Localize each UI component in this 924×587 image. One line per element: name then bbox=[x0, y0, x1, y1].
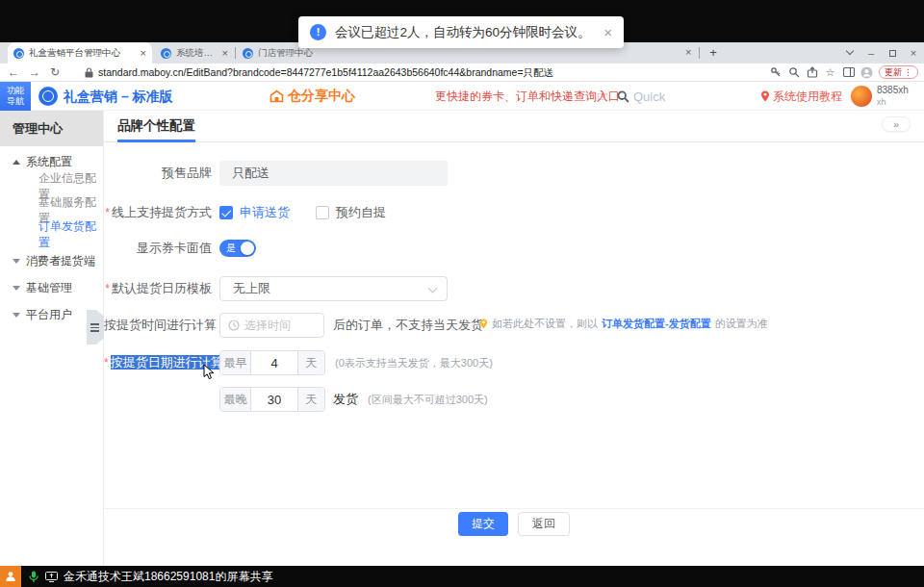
panel-collapse-button[interactable]: » bbox=[882, 116, 911, 132]
calendar-template-label: *默认提货日历模板 bbox=[104, 276, 212, 301]
notification-close-icon[interactable]: × bbox=[603, 24, 612, 40]
tutorial-label: 系统使用教程 bbox=[773, 89, 842, 105]
user-avatar[interactable] bbox=[851, 86, 872, 107]
browser-tab-1[interactable]: 礼盒营销平台管理中心 × bbox=[8, 42, 152, 64]
screen-share-icon[interactable] bbox=[45, 572, 58, 582]
mouse-cursor bbox=[203, 364, 216, 380]
tab-close-icon[interactable]: × bbox=[141, 48, 146, 59]
calendar-template-select[interactable]: 无上限 bbox=[219, 276, 448, 301]
main-panel: 品牌个性配置 » 预售品牌 只配送 *线上支持提货方式 申请送货 预约自提 bbox=[104, 111, 924, 566]
toggle-knob bbox=[241, 242, 254, 255]
earliest-hint: (0表示支持当天发货，最大300天) bbox=[335, 350, 493, 375]
tab-close-icon[interactable]: × bbox=[685, 47, 691, 58]
required-mark: * bbox=[105, 282, 110, 295]
menu-dots-icon: ⋮ bbox=[904, 66, 912, 78]
function-nav-button[interactable]: 功能 导航 bbox=[0, 82, 31, 111]
user-subname: xh bbox=[877, 96, 909, 108]
user-info: 8385xh xh bbox=[877, 85, 909, 108]
app-body: 管理中心 系统配置 企业信息配置 基础服务配置 订单发货配置 消费者提货端 bbox=[0, 111, 924, 566]
user-name: 8385xh bbox=[877, 85, 909, 96]
checkbox-delivery-label[interactable]: 申请送货 bbox=[240, 204, 290, 221]
url-bar-icons: ☆ 更新 ⋮ bbox=[769, 65, 918, 79]
browser-tab-2[interactable]: 系统培训学习 × bbox=[155, 42, 234, 64]
brand-logo-icon bbox=[38, 87, 58, 106]
footer-divider bbox=[104, 508, 924, 509]
tip-text-pre: 如若此处不设置，则以 bbox=[492, 317, 598, 331]
sidebar-item-label: 系统配置 bbox=[26, 154, 72, 170]
tab-search-chevron-icon[interactable] bbox=[839, 42, 860, 64]
share-icon[interactable] bbox=[806, 66, 818, 79]
pickup-method-options: 申请送货 预约自提 bbox=[219, 205, 386, 220]
quick-search[interactable]: Quick bbox=[617, 82, 665, 111]
update-label: 更新 bbox=[885, 66, 902, 78]
back-button[interactable]: 返回 bbox=[518, 512, 570, 536]
sidebar-title: 管理中心 bbox=[0, 111, 103, 146]
screen: 礼盒营销平台管理中心 × 系统培训学习 × 门店管理中心 × + – × bbox=[0, 0, 924, 587]
tab-brand-config[interactable]: 品牌个性配置 bbox=[117, 111, 195, 140]
url-text[interactable]: standard.maboy.cn/EditBand?brandcode=844… bbox=[98, 64, 553, 82]
microphone-icon[interactable] bbox=[29, 571, 38, 583]
checkbox-selfpickup-label[interactable]: 预约自提 bbox=[336, 204, 386, 221]
browser-forward-button[interactable]: → bbox=[29, 64, 40, 82]
sidebar-item-order-shipping[interactable]: 订单发货配置 bbox=[0, 222, 103, 246]
location-pin-icon bbox=[760, 90, 770, 102]
submit-button[interactable]: 提交 bbox=[458, 512, 508, 536]
zoom-icon[interactable] bbox=[787, 66, 800, 79]
tab-close-icon[interactable]: × bbox=[222, 48, 228, 59]
checkbox-delivery-checked[interactable] bbox=[219, 206, 233, 219]
tab-favicon bbox=[161, 48, 171, 59]
presale-brand-label: 预售品牌 bbox=[104, 161, 212, 186]
panel-tab-row: 品牌个性配置 bbox=[104, 111, 924, 142]
sidebar-item-label: 基础管理 bbox=[26, 280, 72, 296]
time-picker-input[interactable]: 选择时间 bbox=[219, 313, 324, 338]
password-key-icon[interactable] bbox=[769, 66, 782, 79]
meeting-share-bar: 金禾通技术王斌18662591081的屏幕共享 bbox=[0, 566, 924, 587]
tab-title: 系统培训学习 bbox=[176, 47, 218, 60]
sidebar-collapse-handle[interactable] bbox=[87, 310, 104, 345]
window-controls: – × bbox=[839, 42, 924, 64]
active-tab-underline bbox=[117, 140, 195, 142]
bookmark-star-icon[interactable]: ☆ bbox=[824, 66, 836, 79]
tab-separator bbox=[699, 47, 700, 59]
promo-text: 更快捷的券卡、订单和快递查询入口 bbox=[435, 82, 620, 111]
by-time-suffix-text: 后的订单，不支持当天发货 bbox=[333, 313, 483, 338]
by-time-label: 按提货时间进行计算 bbox=[104, 313, 212, 338]
earliest-unit: 天 bbox=[297, 351, 324, 374]
chevron-down-icon bbox=[428, 284, 438, 294]
quick-label: Quick bbox=[633, 89, 665, 104]
brand-title: 礼盒营销 – 标准版 bbox=[64, 82, 173, 111]
expand-triangle-icon bbox=[13, 313, 20, 318]
browser-update-button[interactable]: 更新 ⋮ bbox=[879, 65, 918, 79]
latest-days-input[interactable] bbox=[251, 388, 297, 411]
browser-reload-button[interactable]: ↻ bbox=[50, 64, 60, 82]
window-close-button[interactable]: × bbox=[903, 42, 924, 64]
share-center-link[interactable]: 仓分享中心 bbox=[270, 82, 355, 111]
card-value-toggle-on[interactable]: 是 bbox=[219, 240, 256, 257]
browser-url-bar: ← → ↻ standard.maboy.cn/EditBand?brandco… bbox=[0, 64, 924, 82]
tutorial-link[interactable]: 系统使用教程 bbox=[760, 82, 842, 111]
tab-title: 门店管理中心 bbox=[258, 47, 385, 60]
window-maximize-button[interactable] bbox=[882, 42, 903, 64]
side-panel-icon[interactable] bbox=[842, 66, 855, 79]
collapse-triangle-icon bbox=[13, 160, 20, 165]
checkbox-selfpickup-unchecked[interactable] bbox=[316, 206, 329, 219]
expand-triangle-icon bbox=[13, 259, 20, 264]
presale-brand-input[interactable]: 只配送 bbox=[219, 161, 448, 186]
browser-profile-icon[interactable] bbox=[860, 66, 873, 79]
sidebar-item-label: 平台用户 bbox=[26, 307, 72, 323]
latest-prefix: 最晚 bbox=[220, 388, 251, 411]
sidebar-item-consumer-pickup[interactable]: 消费者提货端 bbox=[0, 249, 103, 273]
pickup-method-label: *线上支持提货方式 bbox=[104, 205, 212, 220]
tip-link[interactable]: 订单发货配置-发货配置 bbox=[602, 317, 711, 331]
sidebar: 管理中心 系统配置 企业信息配置 基础服务配置 订单发货配置 消费者提货端 bbox=[0, 111, 104, 566]
new-tab-button[interactable]: + bbox=[706, 45, 721, 61]
browser-back-button[interactable]: ← bbox=[8, 64, 19, 82]
sidebar-item-basic-management[interactable]: 基础管理 bbox=[0, 276, 103, 300]
window-minimize-button[interactable]: – bbox=[860, 42, 882, 64]
meeting-app-icon[interactable] bbox=[0, 566, 21, 587]
earliest-days-input[interactable] bbox=[251, 351, 297, 374]
search-icon bbox=[617, 90, 629, 103]
latest-hint: (区间最大不可超过300天) bbox=[368, 387, 488, 412]
footer-buttons: 提交 返回 bbox=[104, 512, 924, 536]
sidebar-item-label: 订单发货配置 bbox=[38, 218, 103, 251]
